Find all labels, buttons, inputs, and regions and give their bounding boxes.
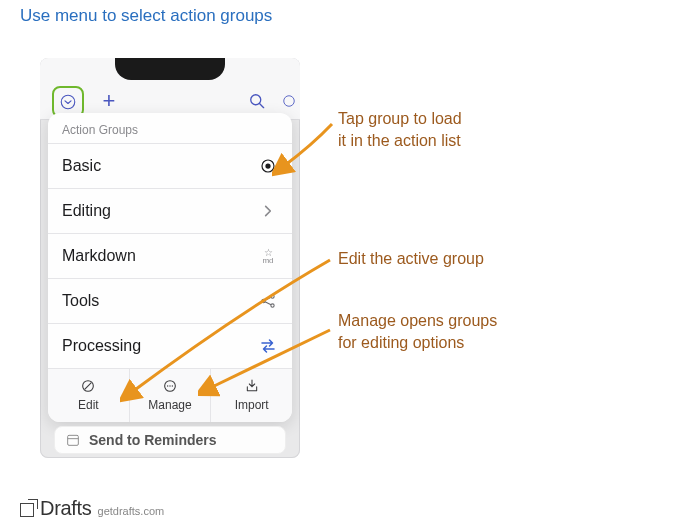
swap-icon: [258, 336, 278, 356]
annotation-edit-group: Edit the active group: [338, 248, 484, 270]
sheet-header: Action Groups: [48, 113, 292, 143]
search-button[interactable]: [244, 88, 270, 114]
import-button[interactable]: Import: [211, 369, 292, 422]
svg-point-14: [167, 385, 168, 386]
svg-point-3: [284, 96, 295, 107]
app-toolbar: +: [40, 58, 300, 120]
svg-point-0: [61, 95, 75, 109]
svg-point-5: [265, 163, 270, 168]
svg-line-9: [265, 297, 271, 300]
search-icon: [247, 91, 267, 111]
group-item-tools[interactable]: Tools: [48, 278, 292, 323]
annotation-manage: Manage opens groups for editing options: [338, 310, 497, 353]
svg-line-12: [85, 383, 92, 390]
list-item-label: Send to Reminders: [89, 432, 217, 448]
chevron-circle-down-icon: [59, 93, 77, 111]
device-notch: [115, 58, 225, 80]
svg-point-8: [271, 304, 274, 307]
group-item-label: Processing: [62, 337, 141, 355]
drafts-logo-text: Drafts: [40, 497, 92, 520]
import-label: Import: [235, 398, 269, 412]
manage-button[interactable]: Manage: [130, 369, 212, 422]
markdown-icon: ☆md: [258, 246, 278, 266]
group-item-label: Basic: [62, 157, 101, 175]
drafts-logo-icon: [20, 503, 34, 517]
svg-line-10: [265, 302, 271, 305]
manage-label: Manage: [148, 398, 191, 412]
svg-line-2: [260, 104, 264, 108]
group-item-label: Tools: [62, 292, 99, 310]
reminders-icon: [65, 432, 81, 448]
import-icon: [244, 377, 260, 395]
sheet-bottom-bar: Edit Manage Import: [48, 368, 292, 422]
target-icon: [258, 156, 278, 176]
page-title: Use menu to select action groups: [20, 6, 272, 26]
svg-rect-17: [68, 435, 79, 445]
group-item-editing[interactable]: Editing: [48, 188, 292, 233]
manage-icon: [162, 377, 178, 395]
share-icon: [258, 291, 278, 311]
group-item-processing[interactable]: Processing: [48, 323, 292, 368]
svg-point-7: [271, 295, 274, 298]
svg-point-15: [169, 385, 170, 386]
svg-point-6: [262, 299, 265, 302]
list-item[interactable]: Send to Reminders: [54, 426, 286, 454]
plus-icon: +: [103, 88, 116, 114]
annotation-tap-group: Tap group to load it in the action list: [338, 108, 462, 151]
edit-button[interactable]: Edit: [48, 369, 130, 422]
edit-icon: [80, 377, 96, 395]
group-item-markdown[interactable]: Markdown ☆md: [48, 233, 292, 278]
overflow-button[interactable]: [282, 88, 296, 114]
footer: Drafts getdrafts.com: [20, 497, 164, 520]
add-button[interactable]: +: [96, 88, 122, 114]
group-item-label: Markdown: [62, 247, 136, 265]
group-item-label: Editing: [62, 202, 111, 220]
overflow-icon: [282, 91, 296, 111]
svg-point-16: [172, 385, 173, 386]
group-item-basic[interactable]: Basic: [48, 143, 292, 188]
footer-url: getdrafts.com: [98, 505, 165, 517]
action-groups-sheet: Action Groups Basic Editing Markdown ☆md…: [48, 113, 292, 422]
edit-label: Edit: [78, 398, 99, 412]
chevron-right-icon: [258, 201, 278, 221]
phone-screenshot: + Action Groups Basic Editing: [40, 58, 300, 458]
